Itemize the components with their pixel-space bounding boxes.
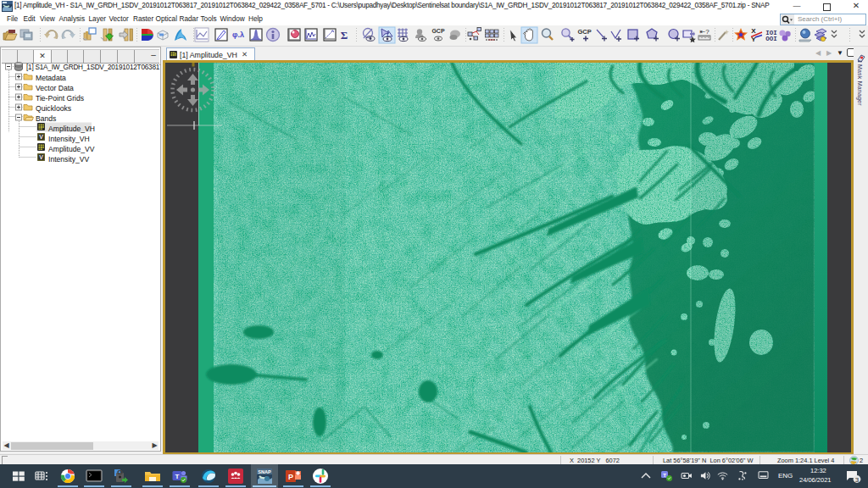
svg-text:GCP: GCP	[577, 28, 591, 36]
svg-text:SNAP: SNAP	[258, 469, 271, 474]
svg-text:φ.λ: φ.λ	[232, 30, 244, 39]
svg-text:X: X	[751, 27, 756, 35]
svg-text:Σ: Σ	[341, 29, 348, 42]
svg-text:P: P	[288, 473, 293, 481]
svg-text:V: V	[39, 154, 43, 160]
svg-text:GCP: GCP	[431, 28, 445, 34]
svg-text:OOI: OOI	[765, 36, 777, 42]
svg-text:V: V	[39, 134, 43, 140]
svg-text:T: T	[175, 473, 180, 480]
svg-text:⇤?: ⇤?	[699, 28, 709, 36]
svg-text:T: T	[663, 473, 666, 478]
svg-text:3: 3	[855, 476, 860, 484]
